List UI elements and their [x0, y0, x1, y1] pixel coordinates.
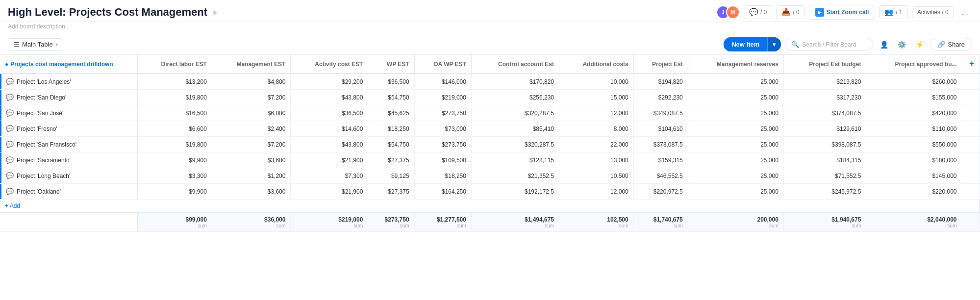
- row-value-5: $320,287.5: [471, 137, 559, 152]
- table-container: ● Projects cost management drilldown Dir…: [0, 55, 980, 232]
- settings-icon[interactable]: ⚙️: [895, 38, 908, 51]
- star-icon[interactable]: ★: [211, 8, 218, 17]
- row-value-9: $374,087.5: [783, 105, 866, 121]
- row-value-10: $110,000: [866, 121, 962, 137]
- row-name: Project 'Sacramento': [17, 157, 71, 164]
- row-add-cell: [962, 152, 980, 168]
- inbox-count: / 0: [793, 9, 799, 16]
- row-comment-icon[interactable]: 💬: [6, 188, 14, 195]
- sum-value-1: $36,000sum: [212, 213, 291, 232]
- col-management: Management EST: [212, 55, 291, 74]
- table-row: 💬 Project 'Sacramento' $9,900$3,600$21,9…: [0, 152, 980, 168]
- add-column-btn[interactable]: +: [962, 55, 980, 74]
- row-name-cell: 💬 Project 'San José': [0, 105, 137, 121]
- row-comment-icon[interactable]: 💬: [6, 125, 14, 132]
- main-table-btn[interactable]: ☰ Main Table ▾: [8, 38, 63, 51]
- row-value-0: $19,800: [137, 137, 212, 152]
- row-value-8: 25,000: [688, 90, 783, 105]
- avatar-2[interactable]: M: [726, 5, 740, 19]
- row-value-0: $19,800: [137, 90, 212, 105]
- table-row: 💬 Project 'San José' $16,500$6,000$36,50…: [0, 105, 980, 121]
- row-value-6: 13,000: [559, 152, 634, 168]
- row-value-9: $398,087.5: [783, 137, 866, 152]
- more-btn[interactable]: ...: [958, 6, 972, 19]
- row-value-3: $54,750: [368, 137, 414, 152]
- row-value-7: $46,552.5: [633, 168, 688, 184]
- row-add-cell: [962, 121, 980, 137]
- sum-value-6: 102,500sum: [559, 213, 634, 232]
- sum-value-4: $1,277,500sum: [414, 213, 471, 232]
- row-comment-icon[interactable]: 💬: [6, 156, 14, 164]
- row-value-10: $220,000: [866, 184, 962, 200]
- sum-name-cell: [0, 213, 137, 232]
- row-value-10: $420,000: [866, 105, 962, 121]
- col-additional-costs: Additional costs: [559, 55, 634, 74]
- row-value-3: $54,750: [368, 90, 414, 105]
- persons-count: / 1: [896, 9, 902, 16]
- search-placeholder: Search / Filter Board: [802, 41, 856, 48]
- row-value-3: $36,500: [368, 74, 414, 90]
- row-comment-icon[interactable]: 💬: [6, 109, 14, 117]
- row-value-4: $164,250: [414, 184, 471, 200]
- row-value-6: 22,000: [559, 137, 634, 152]
- updates-btn[interactable]: 💬 / 0: [744, 5, 772, 19]
- page-title: High Level: Projects Cost Management: [8, 6, 207, 19]
- group-expand-icon[interactable]: ●: [5, 61, 8, 68]
- inbox-btn[interactable]: 📥 / 0: [776, 5, 804, 19]
- col-wp-est: WP EST: [368, 55, 414, 74]
- persons-btn[interactable]: 👥 / 1: [879, 5, 907, 19]
- row-value-2: $43,800: [291, 137, 368, 152]
- row-add-cell: [962, 90, 980, 105]
- row-value-2: $21,900: [291, 152, 368, 168]
- row-name-cell: 💬 Project 'Sacramento': [0, 152, 137, 168]
- sum-value-9: $1,940,675sum: [783, 213, 866, 232]
- row-comment-icon[interactable]: 💬: [6, 78, 14, 85]
- row-value-2: $14,600: [291, 121, 368, 137]
- row-value-9: $245,972.5: [783, 184, 866, 200]
- new-item-btn[interactable]: New Item ▾: [724, 37, 781, 51]
- add-row-btn[interactable]: + Add: [0, 200, 980, 213]
- row-value-8: 25,000: [688, 184, 783, 200]
- row-comment-icon[interactable]: 💬: [6, 94, 14, 101]
- row-value-10: $145,000: [866, 168, 962, 184]
- row-value-3: $27,375: [368, 152, 414, 168]
- row-value-7: $104,610: [633, 121, 688, 137]
- add-row[interactable]: + Add: [0, 200, 980, 213]
- updates-icon: 💬: [749, 8, 758, 17]
- row-name: Project 'Los Angeles': [17, 78, 71, 85]
- row-value-0: $9,900: [137, 152, 212, 168]
- row-comment-icon[interactable]: 💬: [6, 172, 14, 179]
- row-value-3: $18,250: [368, 121, 414, 137]
- search-box[interactable]: 🔍 Search / Filter Board: [785, 38, 873, 51]
- board-subtitle[interactable]: Add board description: [0, 22, 980, 34]
- row-name-cell: 💬 Project 'San Fransisco': [0, 137, 137, 152]
- table-row: 💬 Project 'San Diego' $19,800$7,200$43,8…: [0, 90, 980, 105]
- row-value-2: $21,900: [291, 184, 368, 200]
- zoom-icon: [815, 8, 824, 17]
- row-value-9: $317,230: [783, 90, 866, 105]
- row-value-7: $349,087.5: [633, 105, 688, 121]
- share-btn[interactable]: 🔗 Share: [930, 38, 972, 51]
- filter-icon[interactable]: ⚡: [912, 38, 926, 51]
- row-value-9: $129,610: [783, 121, 866, 137]
- zoom-call-btn[interactable]: Start Zoom call: [809, 5, 876, 20]
- zoom-call-label: Start Zoom call: [827, 9, 869, 16]
- activities-btn[interactable]: Activities / 0: [912, 6, 954, 18]
- header: High Level: Projects Cost Management ★ J…: [0, 0, 980, 34]
- row-name-cell: 💬 Project 'Fresno': [0, 121, 137, 137]
- row-comment-icon[interactable]: 💬: [6, 141, 14, 148]
- new-item-main-btn[interactable]: New Item: [724, 37, 767, 51]
- main-table-label: Main Table: [22, 41, 53, 48]
- row-value-6: 8,000: [559, 121, 634, 137]
- row-value-0: $9,900: [137, 184, 212, 200]
- row-value-0: $16,500: [137, 105, 212, 121]
- row-add-cell: [962, 74, 980, 90]
- new-item-dropdown-btn[interactable]: ▾: [767, 37, 781, 51]
- sum-value-10: $2,040,000sum: [866, 213, 962, 232]
- updates-count: / 0: [760, 9, 767, 16]
- person-filter-icon[interactable]: 👤: [877, 38, 891, 51]
- row-value-6: 12,000: [559, 105, 634, 121]
- row-value-4: $73,000: [414, 121, 471, 137]
- row-value-8: 25,000: [688, 74, 783, 90]
- row-value-9: $219,820: [783, 74, 866, 90]
